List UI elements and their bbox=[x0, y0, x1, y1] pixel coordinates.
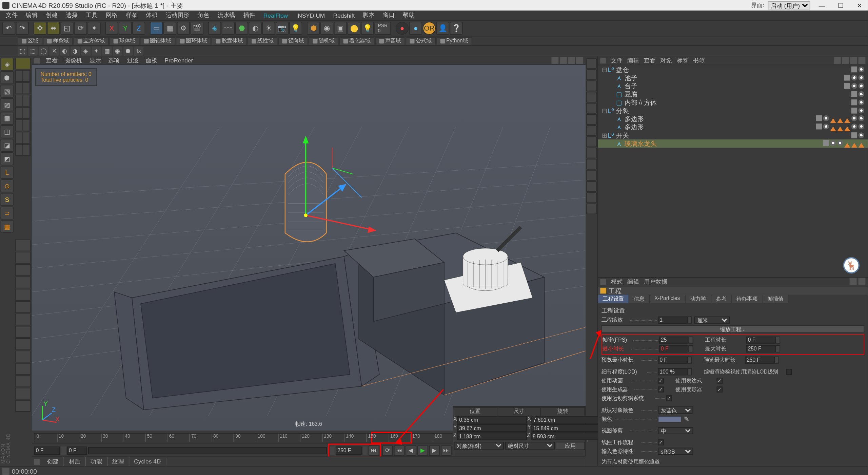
tree-row[interactable]: ⊟L⁰盘仓 bbox=[598, 65, 868, 73]
field-button[interactable]: Python域 bbox=[436, 37, 472, 45]
expr-checkbox[interactable]: ✓ bbox=[717, 378, 723, 383]
vp-tool-icon[interactable] bbox=[586, 81, 597, 91]
from-frame-input[interactable] bbox=[67, 446, 87, 454]
tool-icon[interactable] bbox=[15, 289, 31, 301]
min-input[interactable] bbox=[659, 345, 689, 353]
tool-icon[interactable] bbox=[15, 314, 31, 325]
viewport-menu-item[interactable]: 查看 bbox=[45, 56, 59, 64]
tool-icon[interactable]: ▧ bbox=[1, 85, 14, 98]
menu-item[interactable]: RealFlow bbox=[260, 12, 291, 19]
eyedropper-icon[interactable]: ✎ bbox=[684, 415, 689, 423]
move-tool[interactable]: ⬌ bbox=[47, 22, 60, 35]
magnet-icon[interactable]: ⊃ bbox=[1, 207, 14, 220]
field-button[interactable]: 随机域 bbox=[309, 37, 338, 45]
psr-button[interactable]: PSR0 bbox=[375, 22, 391, 35]
menu-item[interactable]: 文件 bbox=[2, 11, 21, 20]
coord-mode-select[interactable]: 对象(相对) bbox=[454, 442, 504, 450]
object-tree[interactable]: ⊟L⁰盘仓⋏池子⋏台子▢豆腐▢内部立方体⊟L⁰分裂⋏多边形⋏多边形⊞L⁰开关⋏玻… bbox=[598, 65, 868, 277]
obj-menu-item[interactable]: 编辑 bbox=[627, 56, 639, 64]
viewclip-select[interactable]: 中 bbox=[658, 427, 693, 434]
tool-icon[interactable]: ◑ bbox=[71, 46, 80, 56]
current-frame-input[interactable] bbox=[34, 446, 60, 454]
environment-tool[interactable]: ☀ bbox=[262, 22, 275, 35]
close-button[interactable]: ✕ bbox=[854, 1, 866, 9]
vp-tool-icon[interactable] bbox=[586, 114, 597, 125]
tool-icon[interactable] bbox=[15, 82, 31, 94]
spinner[interactable] bbox=[774, 357, 779, 364]
tool-icon[interactable] bbox=[15, 326, 31, 338]
menu-item[interactable]: 窗口 bbox=[379, 11, 398, 20]
anim-checkbox[interactable]: ✓ bbox=[658, 378, 664, 383]
field-button[interactable]: 圆环体域 bbox=[176, 37, 211, 45]
tag-tool[interactable]: ⬤ bbox=[348, 22, 360, 35]
vp-tool-icon[interactable] bbox=[586, 181, 597, 192]
volume-tool[interactable]: ▣ bbox=[334, 22, 347, 35]
menu-item[interactable]: INSYDIUM bbox=[293, 12, 329, 19]
person-icon[interactable]: 👤 bbox=[436, 22, 449, 35]
attr-menu-item[interactable]: 用户数据 bbox=[644, 278, 667, 286]
obj-menu-item[interactable]: 书签 bbox=[693, 56, 705, 64]
tool-icon[interactable] bbox=[15, 388, 31, 400]
cube-primitive[interactable]: ◈ bbox=[208, 22, 221, 35]
tool-icon[interactable]: ▨ bbox=[1, 98, 14, 111]
tool-icon[interactable]: ⬚ bbox=[18, 46, 27, 56]
bottom-tab[interactable]: 纹理 bbox=[107, 457, 129, 466]
cross-icon[interactable] bbox=[15, 58, 31, 70]
menu-item[interactable]: 插件 bbox=[240, 11, 258, 20]
tool-icon[interactable] bbox=[15, 240, 31, 251]
tool-icon[interactable] bbox=[15, 252, 31, 264]
tool-icon[interactable]: ◯ bbox=[39, 46, 48, 56]
tool-icon[interactable]: ◐ bbox=[60, 46, 70, 56]
camera-tool[interactable]: 📷 bbox=[276, 22, 289, 35]
minimize-button[interactable]: — bbox=[816, 1, 828, 9]
unit-select[interactable]: 厘米 bbox=[694, 317, 730, 324]
viewport-menu-item[interactable]: 摄像机 bbox=[63, 56, 83, 64]
obj-menu-item[interactable]: 对象 bbox=[660, 56, 672, 64]
tool-icon[interactable] bbox=[15, 107, 31, 119]
menu-item[interactable]: 流水线 bbox=[214, 11, 239, 20]
poly-edit-icon[interactable]: ◈ bbox=[1, 58, 14, 71]
lightbulb-icon[interactable]: 💡 bbox=[361, 22, 374, 35]
size-input[interactable] bbox=[532, 424, 601, 432]
bottom-tab[interactable]: Cycles 4D bbox=[129, 458, 166, 466]
menu-item[interactable]: 角色 bbox=[194, 11, 213, 20]
vp-tool-icon[interactable] bbox=[586, 103, 597, 113]
obj-menu-item[interactable]: 查看 bbox=[644, 56, 656, 64]
obj-menu-item[interactable]: 标签 bbox=[677, 56, 689, 64]
viewport[interactable]: Number of emitters: 0 Total live particl… bbox=[32, 65, 586, 431]
redshift-icon[interactable]: ● bbox=[396, 22, 409, 35]
undo-button[interactable]: ↶ bbox=[2, 22, 15, 35]
field-button[interactable]: 径向域 bbox=[278, 37, 308, 45]
scale-tool[interactable]: ◱ bbox=[61, 22, 74, 35]
scale-input[interactable] bbox=[658, 317, 687, 324]
menu-item[interactable]: 脚本 bbox=[359, 11, 378, 20]
vp-tool-icon[interactable] bbox=[586, 170, 597, 180]
vp-tool-icon[interactable] bbox=[586, 192, 597, 203]
bottom-tab[interactable]: 功能 bbox=[86, 457, 107, 466]
tool-icon[interactable]: ◩ bbox=[1, 152, 14, 165]
tool-icon[interactable] bbox=[15, 350, 31, 362]
spinner[interactable] bbox=[775, 345, 780, 353]
attr-tab[interactable]: 信息 bbox=[629, 295, 650, 303]
field-button[interactable]: 样条域 bbox=[43, 37, 73, 45]
color-swatch[interactable] bbox=[658, 416, 681, 422]
tool-icon[interactable]: ⬢ bbox=[123, 46, 133, 56]
tool-icon[interactable]: ◫ bbox=[1, 125, 14, 138]
field-button[interactable]: 着色器域 bbox=[339, 37, 375, 45]
def-checkbox[interactable]: ✓ bbox=[717, 386, 723, 392]
timeline-track[interactable] bbox=[88, 447, 327, 454]
goto-end-button[interactable]: ⏭ bbox=[441, 445, 452, 456]
field-tool[interactable]: ◉ bbox=[320, 22, 333, 35]
tree-row[interactable]: ⋏玻璃水龙头 bbox=[598, 139, 868, 148]
last-tool[interactable]: ✦ bbox=[87, 22, 100, 35]
tool-icon[interactable] bbox=[15, 375, 31, 387]
bottom-tab[interactable]: 材质 bbox=[64, 457, 86, 466]
tool-icon[interactable] bbox=[15, 119, 31, 131]
workplane-icon[interactable]: ▦ bbox=[1, 220, 14, 233]
tree-row[interactable]: ⋏台子 bbox=[598, 82, 868, 90]
mograph-tool[interactable]: ⬢ bbox=[307, 22, 320, 35]
tool-icon[interactable] bbox=[15, 277, 31, 288]
menu-item[interactable]: 工具 bbox=[82, 11, 101, 20]
vp-tool-icon[interactable] bbox=[586, 92, 597, 102]
mb-checkbox[interactable]: ✓ bbox=[666, 395, 672, 401]
